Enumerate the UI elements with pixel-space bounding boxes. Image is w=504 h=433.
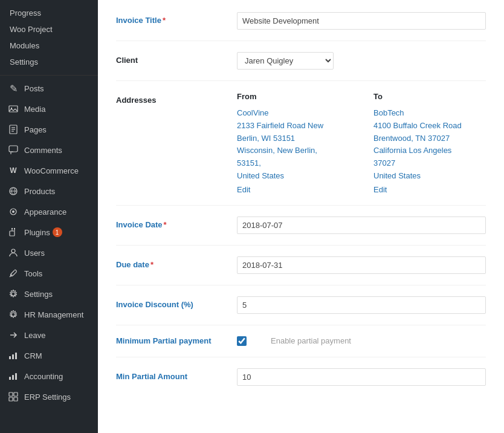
svg-rect-26 [15,373,17,380]
invoice-discount-row: Invoice Discount (%) [116,296,486,325]
sidebar-item-leave-label: Leave [24,331,45,340]
addresses-content: From CoolVine 2133 Fairfield Road New Be… [237,92,486,194]
sidebar-item-crm-label: CRM [24,351,42,360]
sidebar-item-leave[interactable]: Leave [0,325,98,345]
min-partial-payment-row: Minimum Partial payment Enable partial p… [116,336,486,357]
svg-rect-6 [9,146,18,152]
sidebar-item-posts[interactable]: ✎ Posts [0,78,98,99]
media-icon [7,103,19,115]
sidebar: Progress Woo Project Modules Settings ✎ … [0,0,98,433]
sidebar-item-accounting-label: Accounting [24,372,63,381]
sidebar-item-users[interactable]: Users [0,243,98,263]
sidebar-item-media-label: Media [24,105,45,114]
sidebar-item-settings-top[interactable]: Settings [0,54,98,70]
min-partial-payment-label: Minimum Partial payment [116,336,237,345]
svg-rect-29 [9,397,13,401]
svg-rect-28 [14,392,18,396]
invoice-discount-label: Invoice Discount (%) [116,296,237,309]
sidebar-item-tools[interactable]: Tools [0,263,98,284]
svg-rect-24 [9,377,11,380]
sidebar-item-accounting[interactable]: Accounting [0,366,98,386]
sidebar-item-pages-label: Pages [24,125,47,134]
to-address-col: To BobTech 4100 Buffalo Creek Road Brent… [373,92,486,194]
addresses-row: Addresses From CoolVine 2133 Fairfield R… [116,92,486,206]
client-wrap: Jaren Quigley [237,52,486,70]
sidebar-item-erp-settings-label: ERP Settings [24,392,71,402]
sidebar-item-woocommerce[interactable]: W WooCommerce [0,160,98,181]
invoice-title-input[interactable] [237,12,486,30]
sidebar-item-products[interactable]: Products [0,181,98,201]
from-address-edit[interactable]: Edit [237,185,349,194]
comments-icon [7,144,19,156]
due-date-label: Due date* [116,256,237,269]
invoice-title-label: Invoice Title* [116,12,237,25]
sidebar-item-media[interactable]: Media [0,99,98,119]
invoice-date-wrap [237,217,486,234]
addresses-label: Addresses [116,92,237,105]
woocommerce-icon: W [7,164,19,177]
sidebar-item-users-label: Users [24,249,45,258]
enable-partial-payment-checkbox[interactable] [237,336,247,346]
sidebar-item-progress[interactable]: Progress [0,5,98,21]
sidebar-item-settings[interactable]: Settings [0,284,98,304]
plugins-icon [7,226,19,238]
min-partial-amount-label: Min Partial Amount [116,368,237,381]
sidebar-item-appearance-label: Appearance [24,207,66,217]
sidebar-item-pages[interactable]: Pages [0,119,98,140]
svg-rect-27 [9,392,13,396]
tools-icon [7,267,19,279]
sidebar-item-erp-settings[interactable]: ERP Settings [0,386,98,407]
client-select[interactable]: Jaren Quigley [237,52,334,70]
sidebar-item-products-label: Products [24,187,55,196]
svg-point-10 [12,210,15,213]
pages-icon [7,123,19,135]
due-date-input[interactable] [237,256,486,274]
sidebar-top: Progress Woo Project Modules Settings [0,0,98,76]
min-partial-amount-input[interactable] [237,368,486,386]
erp-settings-icon [7,391,19,403]
to-address-text: BobTech 4100 Buffalo Creek Road Brentwoo… [373,107,486,183]
settings-icon [7,288,19,300]
sidebar-item-comments[interactable]: Comments [0,140,98,160]
sidebar-item-hr-management-label: HR Management [24,310,83,319]
svg-rect-25 [12,375,14,380]
invoice-date-row: Invoice Date* [116,217,486,246]
checkbox-wrap: Enable partial payment [237,336,351,346]
sidebar-item-posts-label: Posts [24,84,44,93]
sidebar-item-plugins-label: Plugins [24,228,50,237]
plugins-badge: 1 [53,227,62,237]
svg-rect-30 [14,397,18,401]
sidebar-main-nav: ✎ Posts Media Pages Comments W WooCommer… [0,76,98,409]
invoice-date-input[interactable] [237,217,486,234]
from-header: From [237,92,349,101]
svg-point-18 [11,292,15,296]
sidebar-item-modules[interactable]: Modules [0,37,98,54]
to-address-edit[interactable]: Edit [373,185,486,194]
appearance-icon [7,206,19,218]
accounting-icon [7,370,19,382]
sidebar-item-appearance[interactable]: Appearance [0,201,98,222]
sidebar-item-woo-project[interactable]: Woo Project [0,21,98,37]
svg-point-19 [11,313,15,316]
client-row: Client Jaren Quigley [116,52,486,81]
invoice-title-wrap [237,12,486,30]
sidebar-item-crm[interactable]: CRM [0,345,98,366]
sidebar-item-hr-management[interactable]: HR Management [0,304,98,325]
min-partial-amount-row: Min Partial Amount [116,368,486,397]
due-date-wrap [237,256,486,274]
svg-rect-23 [15,353,17,359]
invoice-discount-input[interactable] [237,296,486,314]
sidebar-item-woocommerce-label: WooCommerce [24,166,79,175]
leave-icon [7,329,19,341]
svg-point-16 [11,249,15,253]
sidebar-item-settings-label: Settings [24,290,53,299]
enable-partial-label: Enable partial payment [271,336,351,345]
invoice-discount-wrap [237,296,486,314]
invoice-date-label: Invoice Date* [116,217,237,229]
sidebar-item-plugins[interactable]: Plugins 1 [0,222,98,243]
posts-icon: ✎ [7,82,19,94]
crm-icon [7,350,19,362]
from-address-col: From CoolVine 2133 Fairfield Road New Be… [237,92,349,194]
hr-management-icon [7,308,19,321]
from-address-text: CoolVine 2133 Fairfield Road New Berlin,… [237,107,349,183]
